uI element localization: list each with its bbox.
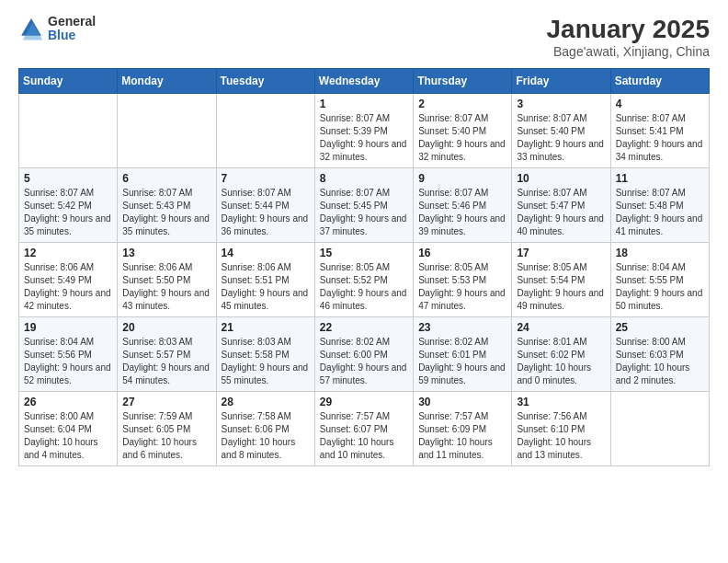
cell-info: Sunrise: 8:07 AMSunset: 5:40 PMDaylight:… <box>517 112 605 164</box>
cell-info: Sunrise: 7:57 AMSunset: 6:07 PMDaylight:… <box>320 410 408 462</box>
header-day: Friday <box>512 69 610 94</box>
header-day: Wednesday <box>314 69 413 94</box>
calendar-cell <box>19 94 118 168</box>
cell-info: Sunrise: 7:56 AMSunset: 6:10 PMDaylight:… <box>517 410 605 462</box>
calendar-cell: 29Sunrise: 7:57 AMSunset: 6:07 PMDayligh… <box>314 392 413 466</box>
calendar-cell: 28Sunrise: 7:58 AMSunset: 6:06 PMDayligh… <box>216 392 314 466</box>
header-day: Tuesday <box>216 69 314 94</box>
cell-date: 21 <box>222 321 310 334</box>
calendar-cell: 18Sunrise: 8:04 AMSunset: 5:55 PMDayligh… <box>610 243 709 317</box>
cell-date: 25 <box>616 321 704 334</box>
header-day: Saturday <box>610 69 709 94</box>
calendar-cell: 7Sunrise: 8:07 AMSunset: 5:44 PMDaylight… <box>216 168 314 243</box>
main-title: January 2025 <box>547 15 710 44</box>
cell-date: 6 <box>122 172 210 185</box>
calendar-cell: 23Sunrise: 8:02 AMSunset: 6:01 PMDayligh… <box>414 317 512 392</box>
logo-icon <box>18 16 44 41</box>
cell-info: Sunrise: 8:00 AMSunset: 6:04 PMDaylight:… <box>24 410 112 462</box>
cell-info: Sunrise: 8:00 AMSunset: 6:03 PMDaylight:… <box>616 336 704 387</box>
cell-date: 14 <box>222 247 310 259</box>
calendar-cell: 6Sunrise: 8:07 AMSunset: 5:43 PMDaylight… <box>118 168 216 243</box>
cell-date: 8 <box>320 172 408 185</box>
cell-info: Sunrise: 8:07 AMSunset: 5:47 PMDaylight:… <box>517 187 605 238</box>
cell-info: Sunrise: 8:05 AMSunset: 5:54 PMDaylight:… <box>517 261 605 313</box>
cell-date: 28 <box>222 396 310 408</box>
calendar-row: 1Sunrise: 8:07 AMSunset: 5:39 PMDaylight… <box>19 94 710 168</box>
cell-date: 10 <box>517 172 605 185</box>
cell-info: Sunrise: 8:06 AMSunset: 5:50 PMDaylight:… <box>122 261 210 313</box>
calendar-cell: 25Sunrise: 8:00 AMSunset: 6:03 PMDayligh… <box>610 317 709 392</box>
cell-date: 4 <box>616 98 704 110</box>
calendar-cell: 11Sunrise: 8:07 AMSunset: 5:48 PMDayligh… <box>610 168 709 243</box>
calendar-cell: 30Sunrise: 7:57 AMSunset: 6:09 PMDayligh… <box>414 392 512 466</box>
calendar-cell: 12Sunrise: 8:06 AMSunset: 5:49 PMDayligh… <box>19 243 118 317</box>
cell-date: 1 <box>320 98 408 110</box>
cell-info: Sunrise: 8:07 AMSunset: 5:48 PMDaylight:… <box>616 187 704 238</box>
calendar-cell <box>118 94 216 168</box>
calendar-cell <box>216 94 314 168</box>
cell-info: Sunrise: 8:07 AMSunset: 5:39 PMDaylight:… <box>320 112 408 164</box>
cell-date: 11 <box>616 172 704 185</box>
cell-info: Sunrise: 8:04 AMSunset: 5:56 PMDaylight:… <box>24 336 112 387</box>
cell-info: Sunrise: 8:03 AMSunset: 5:58 PMDaylight:… <box>222 336 310 387</box>
calendar-cell: 1Sunrise: 8:07 AMSunset: 5:39 PMDaylight… <box>314 94 413 168</box>
cell-date: 15 <box>320 247 408 259</box>
calendar-cell: 19Sunrise: 8:04 AMSunset: 5:56 PMDayligh… <box>19 317 118 392</box>
cell-info: Sunrise: 8:07 AMSunset: 5:44 PMDaylight:… <box>222 187 310 238</box>
cell-date: 17 <box>517 247 605 259</box>
calendar-cell: 31Sunrise: 7:56 AMSunset: 6:10 PMDayligh… <box>512 392 610 466</box>
calendar-cell: 10Sunrise: 8:07 AMSunset: 5:47 PMDayligh… <box>512 168 610 243</box>
calendar-cell: 14Sunrise: 8:06 AMSunset: 5:51 PMDayligh… <box>216 243 314 317</box>
cell-date: 29 <box>320 396 408 408</box>
cell-info: Sunrise: 8:07 AMSunset: 5:46 PMDaylight:… <box>418 187 506 238</box>
calendar-cell: 13Sunrise: 8:06 AMSunset: 5:50 PMDayligh… <box>118 243 216 317</box>
cell-info: Sunrise: 8:02 AMSunset: 6:01 PMDaylight:… <box>418 336 506 387</box>
cell-date: 22 <box>320 321 408 334</box>
cell-date: 19 <box>24 321 112 334</box>
page: General Blue January 2025 Bage'awati, Xi… <box>0 0 728 563</box>
subtitle: Bage'awati, Xinjiang, China <box>547 44 710 59</box>
cell-date: 9 <box>418 172 506 185</box>
calendar-cell: 24Sunrise: 8:01 AMSunset: 6:02 PMDayligh… <box>512 317 610 392</box>
calendar-cell: 3Sunrise: 8:07 AMSunset: 5:40 PMDaylight… <box>512 94 610 168</box>
calendar-cell: 8Sunrise: 8:07 AMSunset: 5:45 PMDaylight… <box>314 168 413 243</box>
cell-info: Sunrise: 8:07 AMSunset: 5:41 PMDaylight:… <box>616 112 704 164</box>
cell-date: 13 <box>122 247 210 259</box>
calendar-cell: 15Sunrise: 8:05 AMSunset: 5:52 PMDayligh… <box>314 243 413 317</box>
cell-date: 26 <box>24 396 112 408</box>
header-row: SundayMondayTuesdayWednesdayThursdayFrid… <box>19 69 710 94</box>
cell-info: Sunrise: 8:05 AMSunset: 5:52 PMDaylight:… <box>320 261 408 313</box>
calendar-cell: 17Sunrise: 8:05 AMSunset: 5:54 PMDayligh… <box>512 243 610 317</box>
cell-date: 27 <box>122 396 210 408</box>
cell-info: Sunrise: 8:07 AMSunset: 5:40 PMDaylight:… <box>418 112 506 164</box>
calendar-cell: 27Sunrise: 7:59 AMSunset: 6:05 PMDayligh… <box>118 392 216 466</box>
cell-date: 30 <box>418 396 506 408</box>
cell-date: 12 <box>24 247 112 259</box>
calendar-cell: 2Sunrise: 8:07 AMSunset: 5:40 PMDaylight… <box>414 94 512 168</box>
logo-text: General Blue <box>48 15 96 43</box>
header-day: Sunday <box>19 69 118 94</box>
calendar-cell: 26Sunrise: 8:00 AMSunset: 6:04 PMDayligh… <box>19 392 118 466</box>
logo: General Blue <box>18 15 96 43</box>
logo-general-text: General <box>48 15 96 29</box>
calendar-body: 1Sunrise: 8:07 AMSunset: 5:39 PMDaylight… <box>19 94 710 466</box>
calendar-cell: 9Sunrise: 8:07 AMSunset: 5:46 PMDaylight… <box>414 168 512 243</box>
title-block: January 2025 Bage'awati, Xinjiang, China <box>547 15 710 59</box>
calendar-table: SundayMondayTuesdayWednesdayThursdayFrid… <box>18 68 710 466</box>
header-day: Monday <box>118 69 216 94</box>
cell-date: 23 <box>418 321 506 334</box>
cell-date: 5 <box>24 172 112 185</box>
logo-blue-text: Blue <box>48 29 96 42</box>
calendar-row: 5Sunrise: 8:07 AMSunset: 5:42 PMDaylight… <box>19 168 710 243</box>
cell-info: Sunrise: 7:59 AMSunset: 6:05 PMDaylight:… <box>122 410 210 462</box>
calendar-row: 26Sunrise: 8:00 AMSunset: 6:04 PMDayligh… <box>19 392 710 466</box>
cell-date: 16 <box>418 247 506 259</box>
cell-info: Sunrise: 8:07 AMSunset: 5:43 PMDaylight:… <box>122 187 210 238</box>
cell-info: Sunrise: 8:06 AMSunset: 5:51 PMDaylight:… <box>222 261 310 313</box>
cell-date: 18 <box>616 247 704 259</box>
calendar-cell: 5Sunrise: 8:07 AMSunset: 5:42 PMDaylight… <box>19 168 118 243</box>
calendar-row: 19Sunrise: 8:04 AMSunset: 5:56 PMDayligh… <box>19 317 710 392</box>
cell-info: Sunrise: 8:06 AMSunset: 5:49 PMDaylight:… <box>24 261 112 313</box>
cell-date: 20 <box>122 321 210 334</box>
cell-date: 7 <box>222 172 310 185</box>
